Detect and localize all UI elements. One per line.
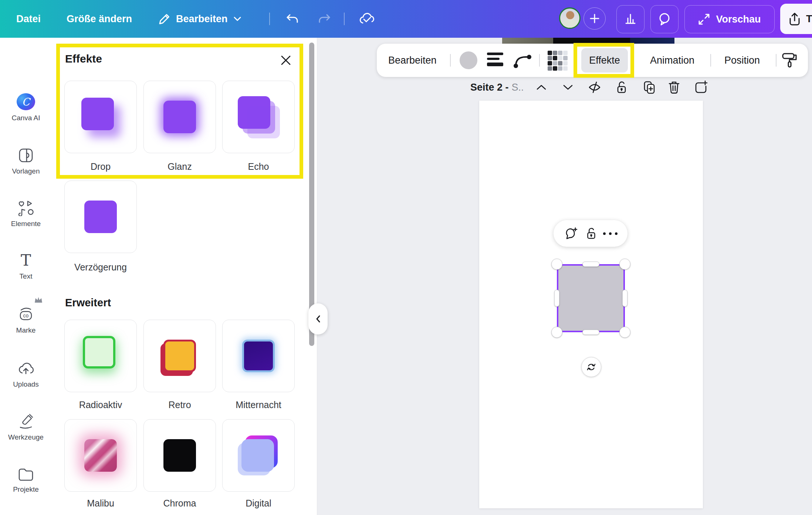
line-style-icon[interactable] [512,52,533,69]
effect-label: Malibu [64,498,137,509]
file-menu-label: Datei [16,13,41,25]
rotate-handle[interactable] [581,357,601,377]
selected-square-element[interactable] [557,264,625,332]
canva-editor: Datei Größe ändern Bearbeiten [0,0,812,515]
effect-card-chroma[interactable] [143,419,216,492]
tab-position[interactable]: Position [720,44,764,77]
sidebar-item-canva-ai[interactable]: C Canva AI [0,93,52,122]
effect-card-glanz[interactable] [143,81,216,153]
previous-page-thumbnail [630,38,674,44]
add-member-button[interactable] [583,7,606,30]
undo-icon [285,13,300,25]
sidebar-item-label: Text [20,272,33,280]
insights-button[interactable] [616,5,644,33]
effect-label: Chroma [143,498,216,509]
move-page-up-button[interactable] [532,78,550,96]
lock-page-button[interactable] [612,78,630,96]
move-page-down-button[interactable] [559,78,577,96]
effect-thumb [84,201,117,233]
close-panel-button[interactable] [279,54,292,67]
effect-card-malibu[interactable] [64,419,137,492]
highlight-box-effekte-tab [574,43,634,78]
paint-roller-icon[interactable] [781,52,798,69]
effect-thumb [245,435,278,468]
sidebar-item-werkzeuge[interactable]: Werkzeuge [0,413,52,441]
comments-button[interactable] [650,5,679,33]
chevron-down-icon [233,16,242,22]
avatar[interactable] [559,7,581,29]
edit-mode-button[interactable]: Bearbeiten [158,0,242,38]
preview-button[interactable]: Vorschau [684,5,775,33]
effect-thumb [163,439,196,472]
add-page-button[interactable] [692,78,710,96]
resize-handle-right[interactable] [622,290,627,307]
save-status-button[interactable] [358,0,374,38]
sidebar-item-elemente[interactable]: Elemente [0,200,52,228]
effect-label: Glanz [143,161,216,172]
topbar-divider [344,13,345,25]
more-options-button[interactable] [603,232,618,235]
hide-page-button[interactable] [586,78,603,96]
effect-thumb [83,336,115,368]
effect-card-radioaktiv[interactable] [64,320,137,392]
resize-handle-bottom-right[interactable] [619,327,630,338]
effect-card-echo[interactable] [222,81,295,153]
preview-label: Vorschau [716,14,761,25]
templates-icon [18,147,34,164]
transparency-icon[interactable] [548,51,568,71]
sidebar-item-uploads[interactable]: Uploads [0,360,52,388]
share-button[interactable]: T [780,4,812,34]
page-label[interactable]: Seite 2 - S.. [470,81,524,94]
chevron-up-icon [536,84,547,91]
resize-button[interactable]: Größe ändern [67,0,132,38]
resize-handle-top[interactable] [582,262,599,267]
add-comment-button[interactable] [564,226,579,240]
sidebar-item-projekte[interactable]: Projekte [0,466,52,494]
sidebar-item-vorlagen[interactable]: Vorlagen [0,147,52,175]
color-swatch[interactable] [460,51,477,69]
sidebar-item-label: Canva AI [11,114,40,122]
previous-page-thumbnail [502,38,553,44]
duplicate-page-button[interactable] [640,78,658,96]
projects-icon [17,466,34,482]
expand-icon [698,13,710,25]
resize-handle-left[interactable] [554,290,559,307]
lock-element-button[interactable] [584,226,598,240]
effect-card-verzoegerung[interactable] [64,181,137,253]
sidebar-item-text[interactable]: T Text [0,252,52,280]
resize-handle-bottom-left[interactable] [551,327,562,338]
comment-plus-icon [564,226,579,240]
effect-card-mitternacht[interactable] [222,320,295,392]
resize-handle-bottom[interactable] [582,330,599,335]
effect-label: Echo [222,161,295,172]
collapse-panel-button[interactable] [308,303,328,334]
close-icon [280,55,291,66]
tab-animation[interactable]: Animation [643,44,701,77]
panel-scrollbar[interactable] [309,43,314,346]
topbar-divider [269,13,270,25]
undo-button[interactable] [285,0,300,38]
tab-animation-label: Animation [650,55,694,66]
toolbar-divider [450,54,451,67]
tab-position-label: Position [724,55,760,66]
resize-handle-top-left[interactable] [551,259,562,270]
file-menu-button[interactable]: Datei [16,0,41,38]
redo-button[interactable] [317,0,331,38]
toolbar-divider [776,54,777,67]
delete-page-button[interactable] [665,78,683,96]
edit-tab-label: Bearbeiten [388,55,437,66]
left-rail: C Canva AI Vorlagen Elemente T Text [0,38,52,515]
section-title-erweitert: Erweitert [65,297,111,309]
stroke-weight-icon[interactable] [487,53,503,68]
effect-card-retro[interactable] [143,320,216,392]
effect-card-drop[interactable] [64,81,137,153]
sidebar-item-marke[interactable]: co Marke [0,306,52,334]
pencil-icon [158,13,171,25]
resize-handle-top-right[interactable] [619,259,630,270]
edit-tab[interactable]: Bearbeiten [388,44,437,77]
effect-label: Radioaktiv [64,400,137,410]
panel-title: Effekte [65,53,102,65]
top-bar: Datei Größe ändern Bearbeiten [0,0,812,38]
plus-icon [589,13,600,24]
effect-card-digital[interactable] [222,419,295,492]
